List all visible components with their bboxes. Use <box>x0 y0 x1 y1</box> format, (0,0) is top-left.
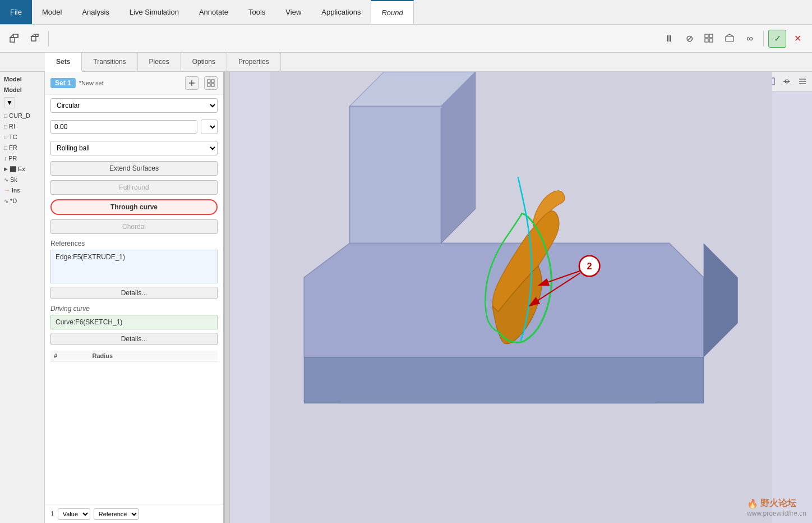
sidebar-item-fr[interactable]: □ FR <box>3 143 41 152</box>
references-box[interactable]: Edge:F5(EXTRUDE_1) <box>50 250 218 283</box>
infinity-btn[interactable]: ∞ <box>741 30 759 48</box>
svg-rect-19 <box>211 80 214 82</box>
svg-text:2: 2 <box>587 261 592 271</box>
menu-tools[interactable]: Tools <box>238 0 275 24</box>
tab-properties[interactable]: Properties <box>227 53 281 71</box>
sidebar-item-d[interactable]: ∿ *D <box>3 196 41 205</box>
ins-arrow-icon: → <box>4 187 10 194</box>
value-input[interactable] <box>50 120 197 134</box>
cancel-btn[interactable]: ✕ <box>788 30 806 48</box>
fr-icon: □ <box>4 145 7 151</box>
details-btn-2[interactable]: Details... <box>50 333 218 345</box>
ri-icon: □ <box>4 123 7 130</box>
round-panel: Set 1 *New set Circular Rolling ball <box>45 72 224 523</box>
radius-col-hash: # <box>50 351 89 361</box>
chordal-btn[interactable]: Chordal <box>50 219 218 234</box>
d-icon: ∿ <box>4 198 8 204</box>
svg-marker-1 <box>10 34 18 38</box>
toolbar-separator-1 <box>48 31 49 47</box>
svg-rect-20 <box>207 84 210 86</box>
menu-analysis[interactable]: Analysis <box>72 0 119 24</box>
watermark-icon: 🔥 <box>747 498 758 509</box>
cur-icon: □ <box>4 113 7 119</box>
new-set-label: *New set <box>79 80 104 86</box>
svg-rect-21 <box>211 84 214 86</box>
ex-icon: ⬛ <box>10 166 16 172</box>
grid-btn[interactable] <box>700 30 718 48</box>
unit-dropdown[interactable] <box>201 120 218 134</box>
sk-icon: ∿ <box>4 177 8 183</box>
sidebar-item-sk[interactable]: ∿ Sk <box>3 175 41 184</box>
sidebar-item-ex[interactable]: ▶ ⬛ Ex <box>3 164 41 173</box>
3d-viewport[interactable]: 2 🔥 野火论坛 www.proewildfire.cn <box>230 72 812 523</box>
tc-icon: □ <box>4 134 7 140</box>
menubar: File Model Analysis Live Simulation Anno… <box>0 0 812 25</box>
sidebar-filter-btn[interactable]: ▼ <box>4 97 15 108</box>
watermark-line1: 野火论坛 <box>760 498 796 510</box>
tab-strip: Sets Transitions Pieces Options Properti… <box>0 53 812 72</box>
orient2-icon[interactable] <box>26 30 44 48</box>
menu-annotate[interactable]: Annotate <box>189 0 238 24</box>
toolbar: ⏸ ⊘ ∞ ✓ ✕ <box>0 25 812 53</box>
rolling-ball-dropdown[interactable]: Rolling ball <box>50 141 218 155</box>
resize-handle[interactable] <box>224 72 230 523</box>
row-number: 1 <box>50 510 54 518</box>
main-layout: Model Model ▼ □ CUR_D □ RI □ TC □ FR ↕ P… <box>0 72 812 523</box>
svg-rect-11 <box>705 39 708 42</box>
tab-pieces[interactable]: Pieces <box>138 53 181 71</box>
set-badge[interactable]: Set 1 <box>50 78 76 88</box>
circular-dropdown[interactable]: Circular <box>50 98 218 113</box>
svg-marker-54 <box>304 357 703 403</box>
svg-rect-5 <box>31 36 36 41</box>
svg-rect-18 <box>207 80 210 82</box>
sidebar-item-ri[interactable]: □ RI <box>3 122 41 131</box>
ex-expand-icon: ▶ <box>4 166 8 172</box>
reference-dropdown[interactable]: Reference <box>94 508 139 520</box>
3d-model-svg: 2 <box>230 72 812 523</box>
value-type-dropdown[interactable]: Value <box>58 508 90 520</box>
sidebar-item-ins[interactable]: → Ins <box>3 186 41 195</box>
watermark-line2: www.proewildfire.cn <box>747 510 806 517</box>
orient-icon[interactable] <box>6 30 24 48</box>
sidebar-header-model2: Model <box>3 85 41 94</box>
extend-surfaces-btn[interactable]: Extend Surfaces <box>50 161 218 176</box>
confirm-btn[interactable]: ✓ <box>768 30 786 48</box>
bottom-row: 1 Value Reference <box>45 504 223 523</box>
menu-file[interactable]: File <box>0 0 32 24</box>
references-label: References <box>45 236 223 249</box>
driving-curve-label: Driving curve <box>45 301 223 314</box>
value-row <box>45 116 223 137</box>
radius-col-label: Radius <box>89 351 192 361</box>
tab-transitions[interactable]: Transitions <box>82 53 137 71</box>
model-tree-sidebar: Model Model ▼ □ CUR_D □ RI □ TC □ FR ↕ P… <box>0 72 45 523</box>
driving-curve-box[interactable]: Curve:F6(SKETCH_1) <box>50 315 218 329</box>
sidebar-header-model: Model <box>3 75 41 84</box>
svg-rect-13 <box>726 36 733 42</box>
pause-btn[interactable]: ⏸ <box>660 30 678 48</box>
sidebar-item-tc[interactable]: □ TC <box>3 132 41 141</box>
sidebar-item-pr[interactable]: ↕ PR <box>3 154 41 163</box>
menu-live-simulation[interactable]: Live Simulation <box>119 0 189 24</box>
radius-col-empty <box>192 351 218 361</box>
menu-round[interactable]: Round <box>371 0 413 24</box>
watermark: 🔥 野火论坛 www.proewildfire.cn <box>747 498 806 517</box>
add-set-btn[interactable] <box>185 76 199 90</box>
radius-table: # Radius <box>50 351 218 361</box>
grid-set-icon[interactable] <box>204 76 218 90</box>
tab-sets[interactable]: Sets <box>45 53 82 72</box>
view-btn[interactable] <box>721 30 739 48</box>
sidebar-item-cur[interactable]: □ CUR_D <box>3 111 41 120</box>
no-btn[interactable]: ⊘ <box>680 30 698 48</box>
details-btn-1[interactable]: Details... <box>50 287 218 299</box>
through-curve-btn[interactable]: Through curve <box>50 199 218 215</box>
full-round-btn[interactable]: Full round <box>50 180 218 195</box>
toolbar-separator-2 <box>763 31 764 47</box>
tab-options[interactable]: Options <box>181 53 227 71</box>
rolling-ball-row: Rolling ball <box>45 137 223 159</box>
svg-rect-0 <box>10 38 15 42</box>
svg-rect-12 <box>709 39 713 42</box>
menu-view[interactable]: View <box>275 0 311 24</box>
menu-model[interactable]: Model <box>32 0 72 24</box>
menu-applications[interactable]: Applications <box>311 0 371 24</box>
circular-row: Circular <box>45 95 223 116</box>
